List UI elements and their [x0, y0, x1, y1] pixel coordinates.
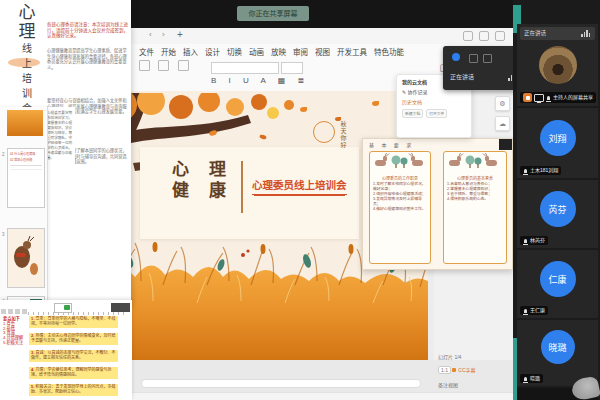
view-controls: 1:1 CC字幕 — [438, 366, 476, 374]
avatar: 刘翔 — [540, 120, 576, 156]
screen-share-icon — [534, 94, 544, 102]
avatar: 仁康 — [540, 261, 576, 297]
slide-counter: 幻灯片 1/4 — [438, 353, 461, 360]
notes-document-window: 要点如下 1.尊重 2.热情 3.真诚 4.共情理解 5.积极关注 1. 尊重：… — [0, 300, 132, 400]
font-style-buttons[interactable]: B I U A ▦ ≣ — [211, 76, 309, 85]
secondary-slide-window: 基 本 要 求 心理委员的工作职责 1.及时了解本班同学心理状况，做好记录； 2… — [362, 138, 513, 270]
audio-wave-icon — [581, 30, 590, 37]
participant-name: 王仁康 — [520, 306, 548, 315]
bell-icon[interactable] — [479, 31, 489, 41]
camera-icon[interactable] — [469, 54, 478, 63]
font-name-combobox[interactable] — [211, 62, 279, 74]
deer-slide-title: 基 本 要 求 — [369, 141, 414, 148]
avatar: 芮芬 — [540, 191, 576, 227]
window-notch — [499, 139, 512, 150]
canvas-horizontal-scrollbar[interactable] — [141, 379, 421, 388]
participant-tile[interactable]: 芮芬 林芮芬 — [517, 180, 598, 248]
participant-tile[interactable]: 刘翔 土木181刘翔 — [517, 108, 598, 178]
note-view-label[interactable]: 备注视图 — [438, 381, 458, 388]
tab-devtools[interactable]: 开发工具 — [337, 46, 367, 57]
avatar-photo — [539, 46, 577, 84]
tab-review[interactable]: 审阅 — [293, 46, 308, 57]
cc-subtitle-toggle[interactable]: CC字幕 — [458, 367, 475, 373]
open-file-chip[interactable]: 打开文件 — [426, 109, 447, 118]
confirm-button[interactable] — [64, 305, 70, 310]
tab-insert[interactable]: 插入 — [183, 46, 198, 57]
account-icons[interactable] — [463, 31, 505, 41]
settings-icon[interactable] — [495, 31, 505, 41]
speaking-indicator: 正在讲话 — [450, 72, 474, 81]
toolbar-icon[interactable] — [22, 309, 27, 314]
history-docs-item[interactable]: 历史文档 — [397, 95, 471, 105]
screen-share-banner[interactable]: 你正在共享屏幕 — [237, 6, 309, 21]
participant-tile[interactable]: 仁康 王仁康 — [517, 250, 598, 318]
more-icon[interactable] — [483, 54, 492, 63]
slide-title: 心 理 健 康 — [172, 159, 233, 201]
highlighted-point: 5. 积极关注：善于发现同学身上的闪光点，多鼓励、多肯定，帮助树立信心。 — [29, 384, 118, 396]
cloud-sidebutton[interactable]: ☁ — [495, 116, 510, 131]
tab-home[interactable]: 开始 — [161, 46, 176, 57]
mic-icon — [524, 377, 527, 381]
paste-icon[interactable] — [139, 60, 150, 71]
ratio-chip[interactable]: 1:1 — [438, 366, 451, 374]
tab-design[interactable]: 设计 — [205, 46, 220, 57]
requirement-box-1: 心理委员的工作职责 1.及时了解本班同学心理状况，做好记录； 2.组织开展班级心… — [369, 151, 431, 264]
participant-name: 晓璐 — [520, 374, 543, 383]
mic-icon — [524, 239, 527, 243]
thumbnail-number: 3 — [2, 232, 5, 237]
new-tab-button[interactable]: + — [177, 29, 183, 40]
toolbar-icon[interactable] — [8, 309, 13, 314]
mic-icon — [524, 169, 527, 173]
participant-tile-sharer[interactable]: 正在讲话 主持人的屏幕共享 — [517, 24, 598, 106]
requirement-box-2: 心理委员的基本素养 1.具备助人意识与责任心； 2.掌握基本心理健康知识； 3.… — [443, 151, 507, 264]
highlighted-point: 3. 真诚：以真诚的态度与同学交流，不敷衍、不做作，建立相互信任的关系。 — [29, 350, 118, 362]
avatar: 晓璐 — [541, 330, 575, 364]
window-titlebar — [131, 0, 513, 28]
tab-nav-arrows[interactable]: ‹ › — [149, 30, 169, 39]
font-size-combobox[interactable] — [281, 62, 303, 74]
ruler — [28, 312, 128, 315]
highlighted-point: 1. 尊重：尊重同学的人格与隐私，不嘲笑、不歧视，平等对待每一位同学。 — [29, 316, 118, 328]
new-doc-chip[interactable]: 新建文档 — [402, 109, 423, 118]
thumbnail-number: 2 — [2, 152, 5, 157]
participant-dot-icon — [452, 53, 460, 61]
document-red-note: 各班心理委员请注意：本次培训为线上进行，请提前十分钟进入会议并完成签到，认真做好… — [47, 22, 129, 39]
participant-tile[interactable]: 晓璐 晓璐 — [517, 320, 598, 386]
mic-icon — [524, 309, 527, 313]
share-icon[interactable] — [463, 31, 473, 41]
meeting-sidebar: 正在讲话 主持人的屏幕共享 刘翔 土木181刘翔 芮芬 林芮芬 仁康 — [513, 0, 600, 400]
tab-slideshow[interactable]: 放映 — [271, 46, 286, 57]
thumbnail-slide-1[interactable] — [7, 110, 43, 136]
toolbar-icon[interactable] — [15, 309, 20, 314]
tab-transition[interactable]: 切换 — [227, 46, 242, 57]
margin-annotations: 要点如下 1.尊重 2.热情 3.真诚 4.共情理解 5.积极关注 — [3, 317, 23, 346]
leaf-icon — [300, 107, 307, 112]
tab-features[interactable]: 特色功能 — [374, 46, 404, 57]
tab-animation[interactable]: 动画 — [249, 46, 264, 57]
participant-name: 主持人的屏幕共享 — [520, 92, 596, 103]
dark-widget — [111, 303, 130, 312]
thumbnail-slide-3[interactable] — [7, 228, 45, 288]
highlighted-point: 2. 热情：主动关心身边同学的情绪变化，及时给予温暖与支持，传递正能量。 — [29, 333, 118, 345]
stamp-text: 秋天你好 — [339, 121, 348, 149]
tab-view[interactable]: 视图 — [315, 46, 330, 57]
tab-file[interactable]: 文件 — [139, 46, 154, 57]
undo-icon[interactable] — [178, 60, 189, 71]
mic-icon — [547, 96, 550, 100]
slide-title-card: 心 理 健 康 心理委员线上培训会 — [140, 147, 359, 239]
deer-decoration — [370, 152, 428, 170]
mini-toolbar — [0, 302, 132, 311]
document-tabstrip: ‹ › + — [131, 28, 513, 45]
slide-subtitle: 心理委员线上培训会 — [252, 177, 347, 195]
settings-sidebutton[interactable]: ⚙ — [495, 96, 510, 111]
format-painter-icon[interactable] — [158, 60, 169, 71]
document-side-column: 心理委员要定期参加培训学习，掌握基本的心理健康知识，学会倾听与陪伴，尊重同学隐私… — [45, 107, 75, 305]
participant-name: 林芮芬 — [520, 236, 548, 245]
status-strip — [131, 392, 513, 400]
thumbnail-slide-2[interactable]: 01 什么是心理健康 02 常见心理问题 — [7, 148, 45, 208]
participant-name: 土木181刘翔 — [520, 166, 561, 175]
stamp-icon — [313, 121, 335, 143]
toolbar-icon[interactable] — [1, 309, 6, 314]
deer-decoration — [444, 152, 502, 170]
slide-thumbnail-panel: 2 01 什么是心理健康 02 常见心理问题 3 4 — [0, 107, 48, 313]
